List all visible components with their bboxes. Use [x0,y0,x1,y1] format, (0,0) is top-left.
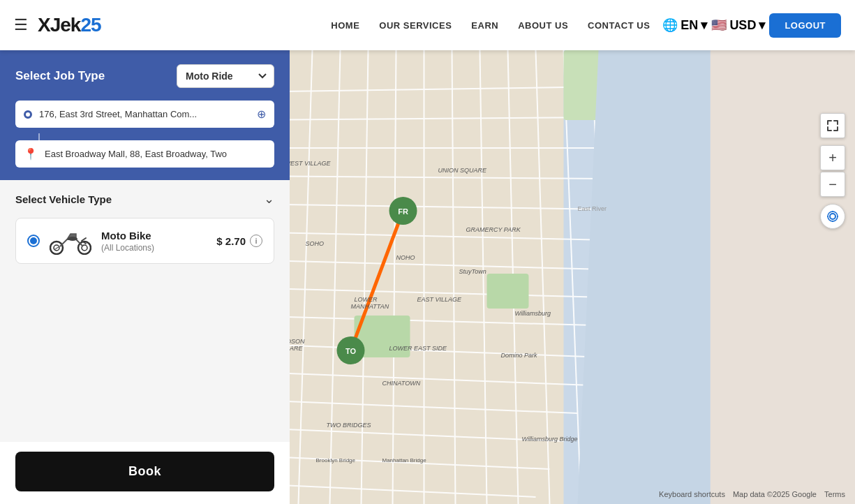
svg-text:WEST VILLAGE: WEST VILLAGE [285,160,332,167]
vehicle-info-icon[interactable]: i [250,235,262,247]
svg-text:TO: TO [345,347,357,355]
currency-flag-icon: 🇺🇸 [711,17,727,33]
logo-text-highlight: 25 [80,14,101,36]
svg-text:LOWER EAST SIDE: LOWER EAST SIDE [389,345,448,352]
vehicle-section-header: Select Vehicle Type ⌄ [15,191,274,207]
locate-me-button[interactable] [820,204,845,229]
svg-text:EAST VILLAGE: EAST VILLAGE [417,296,463,303]
map-footer: Keyboard shortcuts Map data ©2025 Google… [659,490,845,498]
to-location-field[interactable]: 📍 East Broadway Mall, 88, East Broadway,… [15,140,274,168]
nav-contact[interactable]: CONTACT US [588,20,650,31]
logout-button[interactable]: LOGOUT [769,13,841,38]
nav-services[interactable]: OUR SERVICES [379,20,452,31]
vehicle-image [50,227,91,255]
vehicle-option-motobike[interactable]: Moto Bike (All Locations) $ 2.70 i [15,218,274,264]
svg-text:StuyTown: StuyTown [459,268,486,275]
book-section: Book [0,442,290,504]
svg-rect-35 [487,274,529,309]
svg-text:TWO BRIDGES: TWO BRIDGES [327,422,371,429]
logo-text-plain: XJek [38,14,80,36]
zoom-out-button[interactable]: − [820,172,845,197]
vehicle-price: $ 2.70 i [216,235,262,247]
vehicle-price-text: $ 2.70 [216,235,246,247]
svg-text:East River: East River [578,205,607,212]
svg-point-76 [68,237,77,241]
job-type-label: Select Job Type [15,69,105,83]
vehicle-section: Select Vehicle Type ⌄ [0,180,290,442]
location-section: 176, East 3rd Street, Manhattan Com... ⊕… [0,101,290,180]
from-location-dot [24,110,32,119]
job-type-section: Select Job Type Moto Ride Delivery Car R… [0,50,290,101]
language-chevron-icon: ▾ [701,17,707,33]
main-nav: HOME OUR SERVICES EARN ABOUT US CONTACT … [331,20,650,31]
vehicle-section-title: Select Vehicle Type [15,193,112,205]
vehicle-radio-inner [30,237,37,244]
vehicle-name: Moto Bike [101,230,207,242]
vehicle-radio-button[interactable] [27,235,40,247]
nav-home[interactable]: HOME [331,20,359,31]
vehicle-info: Moto Bike (All Locations) [101,230,207,253]
terms-link[interactable]: Terms [824,490,845,498]
svg-text:FR: FR [398,207,408,216]
zoom-in-button[interactable]: + [820,145,845,170]
svg-text:CHINATOWN: CHINATOWN [382,380,421,387]
vehicle-section-chevron-icon[interactable]: ⌄ [264,191,274,207]
language-globe-icon: 🌐 [662,17,678,33]
to-address-text: East Broadway Mall, 88, East Broadway, T… [45,149,266,159]
currency-selector[interactable]: 🇺🇸 USD ▾ [711,17,765,33]
currency-chevron-icon: ▾ [759,17,765,33]
sidebar-panel: Select Job Type Moto Ride Delivery Car R… [0,50,290,504]
svg-text:Williamsburg Bridge: Williamsburg Bridge [522,436,578,443]
nav-earn[interactable]: EARN [471,20,498,31]
book-button[interactable]: Book [15,452,274,491]
from-location-target-icon[interactable]: ⊕ [257,108,266,121]
svg-text:Brooklyn Bridge: Brooklyn Bridge [316,457,356,464]
svg-text:GRAMERCY PARK: GRAMERCY PARK [466,226,521,233]
svg-text:Domino Park: Domino Park [501,352,538,359]
to-location-pin-icon: 📍 [24,147,38,161]
svg-text:SOHO: SOHO [306,240,325,247]
from-address-text: 176, East 3rd Street, Manhattan Com... [39,109,250,119]
nav-about[interactable]: ABOUT US [518,20,568,31]
map-expand-button[interactable] [820,113,845,138]
svg-text:Manhattan Bridge: Manhattan Bridge [382,457,427,464]
keyboard-shortcuts-link[interactable]: Keyboard shortcuts [659,490,725,498]
header: ☰ XJek25 HOME OUR SERVICES EARN ABOUT US… [0,0,855,50]
svg-text:MANHATTAN: MANHATTAN [351,303,389,310]
currency-code: USD [729,18,756,33]
map-data-label: Map data ©2025 Google [733,490,817,498]
svg-marker-37 [578,50,711,504]
svg-text:LOWER: LOWER [355,296,378,303]
vehicle-locations: (All Locations) [101,243,207,253]
from-location-field[interactable]: 176, East 3rd Street, Manhattan Com... ⊕ [15,101,274,128]
job-type-select[interactable]: Moto Ride Delivery Car Ride [177,64,274,88]
svg-point-66 [830,214,835,219]
language-code: EN [681,18,698,33]
svg-text:NOHO: NOHO [396,254,415,261]
svg-text:Williamsburg: Williamsburg [515,310,551,317]
map-controls: + − [820,113,845,229]
language-selector[interactable]: 🌐 EN ▾ [662,17,707,33]
svg-text:UNION SQUARE: UNION SQUARE [438,167,488,174]
logo: XJek25 [38,14,101,36]
hamburger-menu-icon[interactable]: ☰ [14,16,28,34]
